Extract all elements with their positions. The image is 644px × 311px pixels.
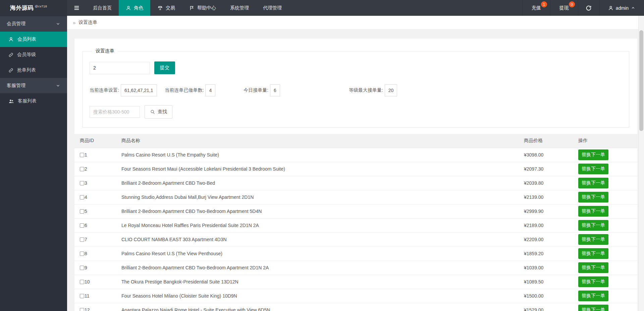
sidebar-item-label: 会员列表	[17, 36, 36, 42]
nav-item-label: 角色	[134, 5, 143, 11]
page-scrollbar[interactable]	[638, 16, 644, 311]
product-price: ¥1039.00	[524, 261, 578, 275]
search-input[interactable]	[90, 106, 140, 118]
brand-sub: @cv718	[35, 5, 47, 8]
nav-item-agent[interactable]: 代理管理	[256, 0, 289, 16]
nav-item-label: 后台首页	[93, 5, 112, 11]
replace-next-order-button[interactable]: 替换下一单	[578, 305, 608, 311]
product-price: ¥2139.00	[524, 190, 578, 204]
breadcrumb-label: 设置连单	[78, 19, 97, 26]
nav-item-system[interactable]: 系统管理	[223, 0, 256, 16]
search-button-label: 查找	[158, 109, 167, 115]
sidebar-item-member-level[interactable]: 会员等级	[0, 47, 67, 62]
replace-next-order-button[interactable]: 替换下一单	[578, 234, 608, 245]
menu-icon	[73, 5, 80, 11]
product-id-cell: 7	[74, 232, 121, 247]
action-cell: 替换下一单	[578, 190, 637, 204]
replace-next-order-button[interactable]: 替换下一单	[578, 149, 608, 160]
replace-next-order-button[interactable]: 替换下一单	[578, 220, 608, 231]
action-cell: 替换下一单	[578, 176, 637, 190]
action-cell: 替换下一单	[578, 303, 637, 311]
link-icon	[8, 68, 13, 73]
stat-label: 今日接单量:	[244, 87, 268, 93]
row-checkbox[interactable]	[80, 266, 84, 270]
product-name: Anantara Palazzo Naiadi Rome Hotel - Sui…	[121, 303, 524, 311]
admin-name: admin	[616, 5, 629, 11]
scrollbar-thumb[interactable]	[639, 30, 643, 131]
replace-next-order-button[interactable]: 替换下一单	[578, 248, 608, 259]
replace-next-order-button[interactable]: 替换下一单	[578, 262, 608, 273]
table-row: 10The Okura Prestige Bangkok-Presidentia…	[74, 275, 637, 289]
row-checkbox[interactable]	[80, 153, 84, 157]
table-row: 1Palms Casino Resort U.S (The Empathy Su…	[74, 148, 637, 162]
product-price: ¥2039.80	[524, 176, 578, 190]
sidebar-group-service[interactable]: 客服管理	[0, 78, 67, 93]
admin-menu[interactable]: admin	[599, 0, 644, 16]
product-price: ¥1089.50	[524, 275, 578, 289]
row-checkbox[interactable]	[80, 209, 84, 214]
row-checkbox[interactable]	[80, 167, 84, 171]
product-id: 6	[85, 223, 87, 228]
menu-toggle[interactable]	[67, 0, 86, 16]
product-name: Four Seasons Resort Maui (Accessible Lok…	[121, 162, 524, 176]
product-name: Palms Casino Resort U.S (The View Pentho…	[121, 247, 524, 261]
recharge-button[interactable]: 充值1	[522, 0, 550, 16]
stat-value: 61,62,47,21,1	[121, 84, 157, 96]
replace-next-order-button[interactable]: 替换下一单	[578, 178, 608, 188]
submit-button[interactable]: 提交	[154, 61, 175, 74]
product-price: ¥3098.00	[524, 148, 578, 162]
product-id-cell: 11	[74, 289, 121, 303]
row-checkbox[interactable]	[80, 237, 84, 242]
product-id-cell: 5	[74, 204, 121, 218]
table-header-price: 商品价格	[524, 134, 578, 148]
search-icon	[150, 109, 155, 115]
replace-next-order-button[interactable]: 替换下一单	[578, 192, 608, 203]
recharge-label: 充值	[532, 5, 541, 11]
action-cell: 替换下一单	[578, 204, 637, 218]
product-id-cell: 12	[74, 303, 121, 311]
product-id: 7	[85, 237, 87, 242]
sidebar-item-member-list[interactable]: 会员列表	[0, 32, 67, 47]
replace-next-order-button[interactable]: 替换下一单	[578, 206, 608, 217]
nav-item-dashboard[interactable]: 后台首页	[86, 0, 119, 16]
chain-count-input[interactable]	[90, 62, 150, 74]
withdraw-label: 提现	[559, 5, 569, 11]
row-checkbox[interactable]	[80, 252, 84, 256]
product-name: The Okura Prestige Bangkok-Presidential …	[121, 275, 524, 289]
search-button[interactable]: 查找	[145, 105, 172, 119]
sidebar-item-service-list[interactable]: 客服列表	[0, 93, 67, 109]
withdraw-button[interactable]: 提现0	[550, 0, 578, 16]
product-id-cell: 8	[74, 247, 121, 261]
chain-settings-fieldset: 设置连单 提交 当前连单设置:61,62,47,21,1当前连单已做单数:4今日…	[83, 48, 629, 128]
content-card: 设置连单 提交 当前连单设置:61,62,47,21,1当前连单已做单数:4今日…	[74, 39, 637, 311]
row-checkbox[interactable]	[80, 294, 84, 298]
table-row: 11Four Seasons Hotel Milano (Cloister Su…	[74, 289, 637, 303]
stat-value: 20	[385, 84, 397, 96]
replace-next-order-button[interactable]: 替换下一单	[578, 291, 608, 301]
row-checkbox[interactable]	[80, 181, 84, 185]
nav-item-help-center[interactable]: 帮助中心	[182, 0, 223, 16]
product-table: 商品ID商品名称商品价格操作 1Palms Casino Resort U.S …	[74, 134, 637, 311]
table-row: 6Le Royal Monceau Hotel Raffles Paris Pr…	[74, 218, 637, 232]
action-cell: 替换下一单	[578, 162, 637, 176]
table-row: 4Stunning Studio,Address Dubai Mall,Burj…	[74, 190, 637, 204]
sidebar-item-grab-list[interactable]: 抢单列表	[0, 62, 67, 78]
row-checkbox[interactable]	[80, 308, 84, 311]
sidebar-group-label: 客服管理	[7, 83, 25, 89]
row-checkbox[interactable]	[80, 223, 84, 228]
refresh-button[interactable]	[578, 0, 599, 16]
sidebar-group-member[interactable]: 会员管理	[0, 16, 67, 32]
row-checkbox[interactable]	[80, 280, 84, 284]
action-cell: 替换下一单	[578, 148, 637, 162]
nav-item-label: 系统管理	[230, 5, 249, 11]
stat-value: 4	[205, 84, 215, 96]
replace-next-order-button[interactable]: 替换下一单	[578, 276, 608, 287]
row-checkbox[interactable]	[80, 195, 84, 199]
nav-item-role[interactable]: 角色	[119, 0, 150, 16]
nav-item-trade[interactable]: 交易	[150, 0, 182, 16]
replace-next-order-button[interactable]: 替换下一单	[578, 164, 608, 174]
product-name: Stunning Studio,Address Dubai Mall,Burj …	[121, 190, 524, 204]
stat-value: 6	[270, 84, 280, 96]
product-table-head: 商品ID商品名称商品价格操作	[74, 134, 637, 148]
nav-item-label: 帮助中心	[197, 5, 216, 11]
